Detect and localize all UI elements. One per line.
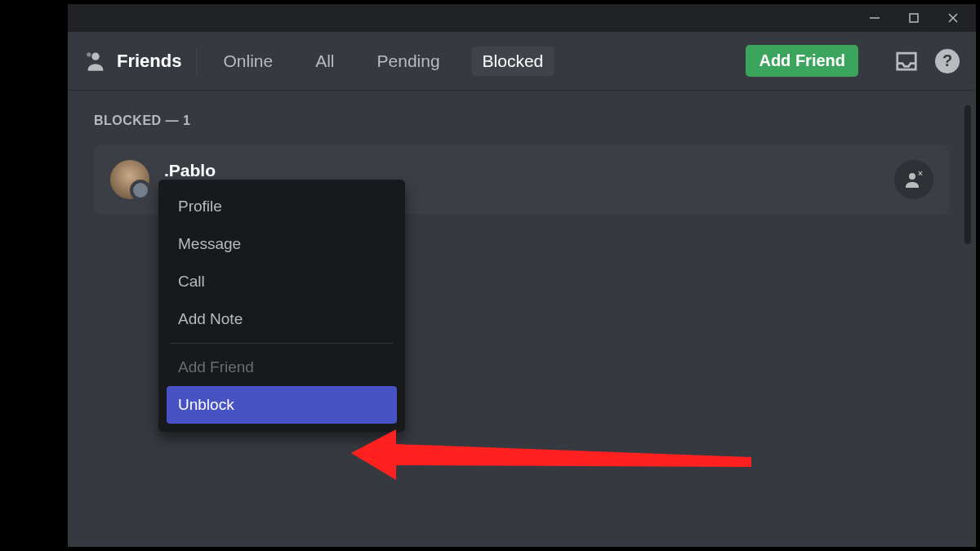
tab-pending[interactable]: Pending bbox=[366, 47, 452, 76]
inbox-button[interactable] bbox=[894, 49, 919, 73]
context-add-friend: Add Friend bbox=[167, 349, 397, 386]
friends-icon bbox=[84, 50, 107, 73]
context-profile[interactable]: Profile bbox=[167, 188, 397, 225]
svg-point-5 bbox=[87, 52, 91, 56]
divider bbox=[196, 48, 197, 74]
unblock-user-button[interactable]: × bbox=[894, 160, 933, 199]
section-title: BLOCKED — 1 bbox=[94, 113, 950, 128]
remove-user-icon: × bbox=[904, 170, 924, 189]
tab-online[interactable]: Online bbox=[212, 47, 284, 76]
maximize-button[interactable] bbox=[898, 7, 930, 29]
minimize-icon bbox=[868, 11, 881, 24]
inbox-icon bbox=[894, 49, 919, 73]
titlebar bbox=[68, 4, 976, 32]
context-call[interactable]: Call bbox=[167, 263, 397, 300]
friends-title: Friends bbox=[117, 51, 181, 72]
scrollbar[interactable] bbox=[964, 105, 971, 244]
avatar-wrap bbox=[110, 160, 149, 199]
close-button[interactable] bbox=[937, 7, 969, 29]
tab-all[interactable]: All bbox=[304, 47, 345, 76]
context-divider bbox=[170, 343, 394, 344]
svg-point-6 bbox=[909, 173, 915, 180]
context-add-note[interactable]: Add Note bbox=[167, 300, 397, 338]
help-button[interactable]: ? bbox=[935, 49, 960, 73]
user-name: .Pablo bbox=[164, 161, 216, 180]
tab-blocked[interactable]: Blocked bbox=[471, 47, 555, 76]
help-icon: ? bbox=[942, 51, 952, 70]
close-icon bbox=[947, 11, 960, 24]
status-indicator-icon bbox=[130, 180, 151, 201]
context-message[interactable]: Message bbox=[167, 225, 397, 263]
svg-rect-1 bbox=[910, 14, 918, 22]
context-unblock[interactable]: Unblock bbox=[167, 386, 397, 424]
maximize-icon bbox=[907, 11, 920, 24]
add-friend-button[interactable]: Add Friend bbox=[746, 45, 858, 77]
svg-text:×: × bbox=[918, 170, 923, 178]
minimize-button[interactable] bbox=[858, 7, 891, 29]
svg-point-4 bbox=[91, 52, 99, 60]
friends-header: Friends Online All Pending Blocked Add F… bbox=[68, 32, 976, 91]
user-context-menu: Profile Message Call Add Note Add Friend… bbox=[158, 180, 405, 432]
